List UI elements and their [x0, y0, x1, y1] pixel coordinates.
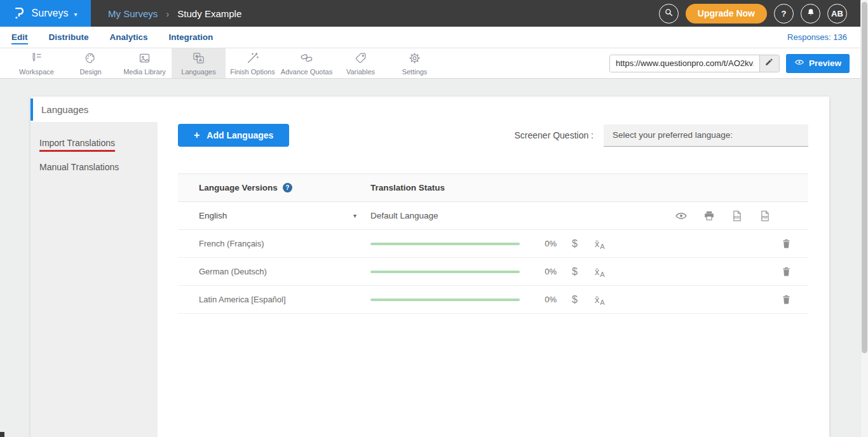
controls-row: + Add Languages Screener Question : Sele… [178, 124, 808, 147]
eye-icon [794, 57, 804, 69]
paid-translation-icon[interactable]: $ [572, 266, 578, 278]
header-actions: Upgrade Now ? AB [659, 4, 847, 24]
delete-language-button[interactable] [781, 293, 792, 306]
tab-integration[interactable]: Integration [169, 32, 214, 42]
bell-icon [806, 8, 816, 20]
delete-language-button[interactable] [781, 238, 792, 250]
screener-question-label: Screener Question : [514, 130, 593, 140]
auto-translate-icon[interactable]: x̄A [595, 239, 605, 249]
help-button[interactable]: ? [774, 4, 794, 24]
breadcrumb: My Surveys › Study Example [108, 8, 241, 19]
page-title: Languages [41, 104, 88, 115]
preview-button[interactable]: Preview [786, 54, 850, 73]
toolbar-item-media-library[interactable]: Media Library [118, 48, 172, 78]
progress-percent: 0% [538, 239, 557, 248]
tab-edit[interactable]: Edit [11, 32, 28, 42]
language-name: French (Français) [178, 230, 370, 257]
responses-count-link[interactable]: Responses: 136 [787, 32, 847, 42]
auto-translate-icon[interactable]: x̄A [595, 295, 605, 305]
paid-translation-icon[interactable]: $ [572, 294, 578, 306]
breadcrumb-my-surveys-link[interactable]: My Surveys [108, 8, 158, 19]
table-header-row: Language Versions ? Translation Status [178, 173, 808, 202]
table-row-french: French (Français) 0% $ x̄A [178, 230, 808, 258]
delete-language-button[interactable] [781, 266, 792, 278]
vertical-scrollbar-track[interactable] [860, 0, 868, 437]
trash-icon [781, 266, 792, 278]
languages-translate-icon: ✱A [192, 51, 205, 66]
language-name: Latin America [Español] [178, 286, 370, 313]
progress-bar [370, 243, 520, 245]
language-name: German (Deutsch) [178, 258, 370, 285]
translation-status-cell: 0% $ x̄A [370, 266, 808, 278]
toolbar-item-advance-quotas[interactable]: Advance Quotas [280, 48, 334, 78]
product-name: Surveys [32, 8, 69, 19]
export-actions: DOC PDF [675, 210, 771, 222]
default-language-dropdown[interactable]: English ▾ [178, 202, 370, 229]
sidebar-item-import-translations[interactable]: Import Translations [31, 131, 158, 155]
auto-translate-icon[interactable]: x̄A [595, 267, 605, 277]
survey-tab-bar: Edit Distribute Analytics Integration Re… [0, 27, 868, 48]
toolbar-item-settings[interactable]: Settings [388, 48, 442, 78]
export-doc-icon[interactable]: DOC [731, 210, 743, 222]
vertical-scrollbar-thumb[interactable] [862, 2, 867, 353]
tab-distribute[interactable]: Distribute [49, 32, 89, 42]
media-library-icon [138, 51, 151, 66]
table-row-latin-america: Latin America [Español] 0% $ x̄A [178, 286, 808, 314]
table-row-german: German (Deutsch) 0% $ x̄A [178, 258, 808, 286]
design-palette-icon [84, 51, 97, 66]
toolbar-item-variables[interactable]: Variables [334, 48, 388, 78]
trash-icon [781, 238, 792, 250]
search-button[interactable] [659, 4, 679, 24]
chevron-down-icon: ▾ [74, 11, 77, 18]
toolbar-item-workspace[interactable]: Workspace [10, 48, 64, 78]
svg-text:DOC: DOC [734, 215, 741, 218]
default-language-status: Default Language DOC [370, 210, 808, 222]
edit-url-button[interactable] [759, 55, 779, 72]
progress-percent: 0% [538, 295, 557, 304]
progress-percent: 0% [538, 267, 557, 276]
progress-bar [370, 299, 520, 301]
app-window: Surveys ▾ My Surveys › Study Example Upg… [0, 0, 868, 437]
svg-text:A: A [199, 57, 202, 62]
toolbar-item-finish-options[interactable]: Finish Options [226, 48, 280, 78]
tab-analytics[interactable]: Analytics [110, 32, 148, 42]
chain-links-icon [300, 51, 313, 66]
magic-wand-icon [246, 51, 259, 66]
chevron-down-icon: ▾ [353, 212, 356, 219]
survey-url-input[interactable] [610, 55, 759, 72]
help-tooltip-icon[interactable]: ? [283, 183, 292, 192]
survey-url-box [609, 55, 780, 72]
notifications-button[interactable] [801, 4, 820, 24]
paid-translation-icon[interactable]: $ [572, 238, 578, 250]
plus-icon: + [194, 130, 200, 141]
workspace-icon [30, 51, 43, 66]
print-icon[interactable] [703, 210, 715, 222]
export-pdf-icon[interactable]: PDF [759, 210, 771, 222]
edit-toolbar: Workspace Design Media Library ✱A Langua… [0, 48, 868, 79]
sidebar-item-languages[interactable]: Languages [31, 98, 88, 121]
upgrade-now-button[interactable]: Upgrade Now [686, 4, 767, 24]
toolbar-item-languages[interactable]: ✱A Languages [172, 48, 226, 78]
language-versions-table: Language Versions ? Translation Status E… [178, 173, 808, 314]
table-row-default-language: English ▾ Default Language [178, 202, 808, 230]
languages-content: + Add Languages Screener Question : Sele… [158, 97, 829, 437]
pencil-icon [764, 57, 774, 69]
user-avatar[interactable]: AB [827, 4, 847, 24]
active-item-indicator [31, 98, 33, 121]
trash-icon [781, 293, 792, 306]
toolbar-item-design[interactable]: Design [64, 48, 118, 78]
column-translation-status: Translation Status [370, 183, 808, 192]
surveys-product-menu[interactable]: Surveys ▾ [0, 0, 91, 27]
column-language-versions: Language Versions ? [178, 183, 370, 192]
translation-status-cell: 0% $ x̄A [370, 293, 808, 306]
view-eye-icon[interactable] [675, 210, 688, 222]
gear-icon [408, 51, 421, 66]
sidebar-item-manual-translations[interactable]: Manual Translations [31, 155, 158, 179]
translation-status-cell: 0% $ x̄A [370, 238, 808, 250]
breadcrumb-current-survey: Study Example [177, 8, 241, 19]
add-languages-button[interactable]: + Add Languages [178, 124, 289, 147]
screener-question-select[interactable]: Select your preferred language: [604, 124, 808, 147]
question-mark-icon: ? [782, 9, 787, 18]
tag-icon [354, 51, 367, 66]
svg-text:PDF: PDF [762, 215, 768, 218]
